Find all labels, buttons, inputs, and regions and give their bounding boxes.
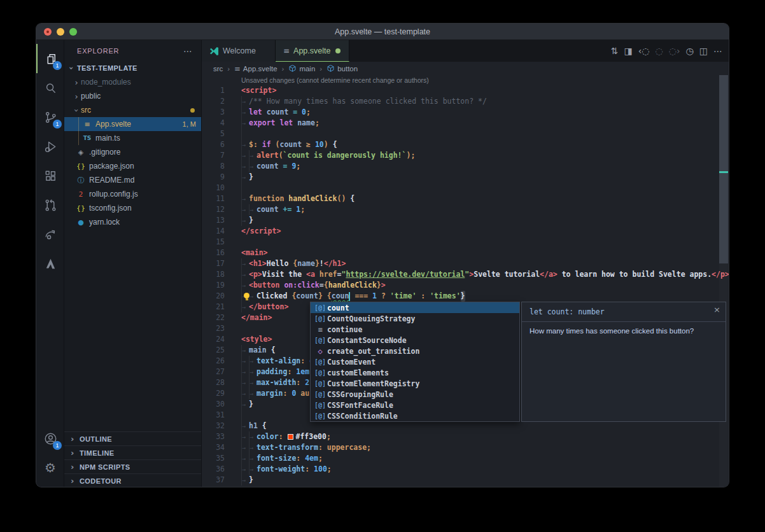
code-line[interactable]: 13→}	[202, 215, 729, 226]
section-codetour[interactable]: ›CODETOUR	[64, 473, 201, 487]
tree-item-main-ts[interactable]: TSmain.ts	[64, 131, 201, 145]
activity-explorer-button[interactable]: 1	[36, 44, 64, 73]
ts-file-icon: TS	[82, 135, 92, 141]
code-editor[interactable]: Unsaved changes (cannot determine recent…	[202, 75, 729, 487]
split-editor-icon[interactable]: ◫	[699, 46, 708, 56]
suggestion-item[interactable]: [@]CountQueuingStrategy	[311, 313, 519, 324]
root-label: TEST-TEMPLATE	[77, 64, 137, 72]
code-line[interactable]: 1<script>	[202, 85, 729, 96]
tree-item-package-json[interactable]: {}package.json	[64, 159, 201, 173]
tree-item-public[interactable]: ›public	[64, 89, 201, 103]
tree-item-app-svelte[interactable]: ≡App.svelte1, M	[64, 117, 201, 131]
run-timer-icon[interactable]: ◷	[686, 46, 694, 56]
line-content: →main {	[241, 345, 276, 356]
suggestion-item[interactable]: [@]CustomElementRegistry	[311, 378, 519, 389]
breadcrumb-item-app-svelte[interactable]: ≡App.svelte	[234, 64, 277, 73]
code-line[interactable]: 19→<button on:click={handleClick}>	[202, 280, 729, 291]
more-actions-icon[interactable]: ⋯	[713, 46, 722, 56]
breadcrumb-item-src[interactable]: src	[213, 65, 223, 73]
activity-bar: 11 1⚙	[36, 40, 64, 487]
previous-change-icon[interactable]: ‹◌	[638, 46, 650, 56]
activity-search-button[interactable]	[36, 73, 64, 102]
tree-item-readme-md[interactable]: ⓘREADME.md	[64, 173, 201, 187]
scrollbar-thumb[interactable]	[719, 75, 728, 263]
indent-guide	[241, 410, 249, 421]
lightbulb-icon[interactable]	[244, 293, 249, 298]
code-line[interactable]: 17→<h1>Hello {name}!</h1>	[202, 258, 729, 269]
activity-source-control-button[interactable]: 1	[36, 102, 64, 132]
suggestion-label: create_out_transition	[327, 347, 419, 356]
code-line[interactable]: 12→→count += 1;	[202, 204, 729, 215]
close-icon[interactable]: ×	[713, 305, 720, 314]
editor-scrollbar[interactable]	[719, 75, 728, 487]
code-line[interactable]: 33→→color: #ff3e00;	[202, 431, 729, 442]
code-line[interactable]: 3→let count = 0;	[202, 107, 729, 118]
code-line[interactable]: 32→h1 {	[202, 421, 729, 431]
code-line[interactable]: 9→}	[202, 172, 729, 183]
line-number: 37	[202, 475, 225, 486]
tree-item-yarn-lock[interactable]: ●yarn.lock	[64, 215, 201, 229]
tree-item--gitignore[interactable]: ◈.gitignore	[64, 145, 201, 159]
code-line[interactable]: 4→export let name;	[202, 118, 729, 129]
file-label: App.svelte	[95, 120, 131, 129]
code-line[interactable]: 16<main>	[202, 248, 729, 258]
suggestion-item[interactable]: [@]CSSConditionRule	[311, 410, 519, 421]
activity-account-button[interactable]: 1	[36, 424, 64, 453]
section-timeline[interactable]: ›TIMELINE	[64, 445, 201, 459]
tree-root-test-template[interactable]: › TEST-TEMPLATE	[64, 61, 201, 75]
file-label: README.md	[89, 176, 134, 185]
code-line[interactable]: 11→function handleClick() {	[202, 193, 729, 204]
open-changes-icon[interactable]: ◨	[624, 46, 632, 56]
code-line[interactable]: 10	[202, 183, 729, 193]
tree-item-tsconfig-json[interactable]: {}tsconfig.json	[64, 201, 201, 215]
tree-item-src[interactable]: ›src	[64, 103, 201, 117]
activity-live-share-button[interactable]	[36, 220, 64, 249]
code-line[interactable]: 7→→alert(`count is dangerously high!`);	[202, 150, 729, 161]
code-line[interactable]: 2→/** How many times has someone clicked…	[202, 96, 729, 107]
section-npm-scripts[interactable]: ›NPM SCRIPTS	[64, 459, 201, 473]
next-change-icon[interactable]: ◌›	[669, 46, 680, 56]
activity-run-debug-button[interactable]	[36, 132, 64, 161]
line-number: 2	[202, 96, 225, 107]
suggestion-item[interactable]: [@]count	[311, 302, 519, 313]
suggestion-item[interactable]: [@]CustomEvent	[311, 356, 519, 367]
code-line[interactable]: 34→→text-transform: uppercase;	[202, 442, 729, 453]
code-line[interactable]: 36→→font-weight: 100;	[202, 464, 729, 475]
tree-item-node-modules[interactable]: ›node_modules	[64, 75, 201, 89]
line-number: 27	[202, 367, 225, 377]
tree-item-rollup-config-js[interactable]: 2rollup.config.js	[64, 187, 201, 201]
code-line[interactable]: 18→<p>Visit the <a href="https://svelte.…	[202, 269, 729, 280]
tab-whitespace-arrow: →	[241, 107, 249, 118]
git-compare-icon[interactable]: ⇅	[611, 46, 619, 56]
activity-settings-button[interactable]: ⚙	[36, 453, 64, 482]
suggestion-item[interactable]: [@]CSSGroupingRule	[311, 389, 519, 400]
code-line[interactable]: 35→→font-size: 4em;	[202, 453, 729, 464]
activity-azure-button[interactable]	[36, 249, 64, 278]
suggestion-item[interactable]: [@]ConstantSourceNode	[311, 335, 519, 346]
code-line[interactable]: 37→}	[202, 475, 729, 486]
suggestion-item[interactable]: [@]CSSFontFaceRule	[311, 400, 519, 410]
suggestion-item[interactable]: [@]customElements	[311, 367, 519, 378]
current-change-icon[interactable]: ◌	[656, 46, 663, 56]
azure-icon	[43, 256, 58, 271]
breadcrumb-item-button[interactable]: button	[326, 64, 358, 73]
suggestion-item[interactable]: ≡continue	[311, 324, 519, 335]
section-outline[interactable]: ›OUTLINE	[64, 431, 201, 445]
code-line[interactable]: 5	[202, 129, 729, 139]
tab-whitespace-arrow: →	[241, 421, 249, 431]
code-line[interactable]: 14</script>	[202, 226, 729, 237]
activity-github-pr-button[interactable]	[36, 190, 64, 220]
code-line[interactable]: 8→→count = 9;	[202, 161, 729, 172]
badge-count: 1	[53, 120, 62, 129]
hover-documentation: How many times has someone clicked this …	[522, 326, 726, 336]
code-line[interactable]: 6→$: if (count ≥ 10) {	[202, 139, 729, 150]
breadcrumb-item-main[interactable]: main	[288, 64, 315, 73]
tab-app-svelte[interactable]: ≡App.svelte	[276, 40, 349, 62]
code-line[interactable]: 20→→Clicked {count} {coun === 1 ? 'time'…	[202, 291, 729, 302]
more-actions-icon[interactable]: ⋯	[183, 46, 192, 56]
tab-welcome[interactable]: Welcome	[202, 40, 276, 62]
activity-extensions-button[interactable]	[36, 161, 64, 190]
chevron-right-icon: ›	[68, 476, 77, 486]
suggestion-item[interactable]: ◇create_out_transition	[311, 346, 519, 356]
code-line[interactable]: 15	[202, 237, 729, 248]
